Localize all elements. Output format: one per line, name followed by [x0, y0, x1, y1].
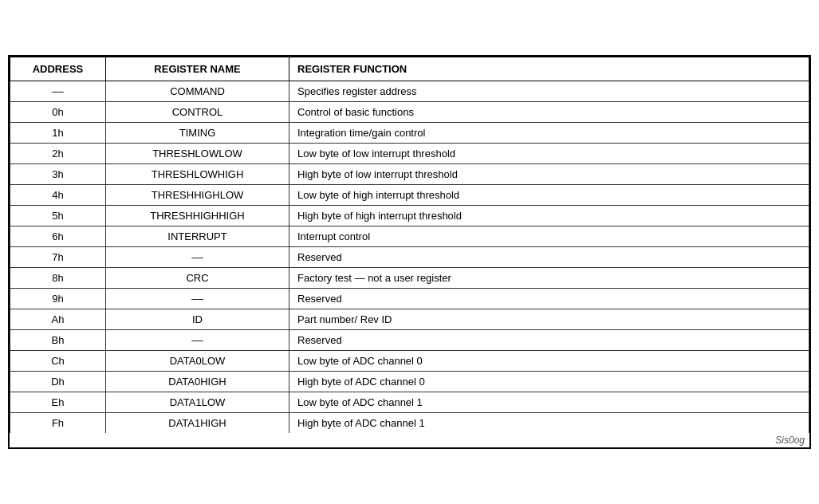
cell-address: Fh: [10, 413, 106, 434]
table-row: AhIDPart number/ Rev ID: [10, 309, 809, 330]
cell-register-name: CRC: [106, 268, 289, 289]
table-row: 2hTHRESHLOWLOWLow byte of low interrupt …: [10, 144, 809, 164]
cell-register-name: ––: [106, 247, 289, 268]
cell-register-function: Interrupt control: [289, 226, 809, 247]
cell-register-function: Specifies register address: [289, 81, 809, 102]
cell-register-function: Factory test — not a user register: [289, 268, 809, 289]
cell-register-function: Reserved: [289, 289, 809, 309]
cell-register-name: TIMING: [106, 123, 289, 144]
table-row: 5hTHRESHHIGHHIGHHigh byte of high interr…: [10, 206, 809, 226]
table-row: DhDATA0HIGHHigh byte of ADC channel 0: [10, 372, 809, 392]
cell-register-function: Integration time/gain control: [289, 123, 809, 144]
cell-address: Dh: [10, 372, 106, 392]
cell-register-name: COMMAND: [106, 81, 289, 102]
table-row: ––COMMANDSpecifies register address: [10, 81, 809, 102]
cell-address: Eh: [10, 392, 106, 413]
cell-register-function: Low byte of ADC channel 1: [289, 392, 809, 413]
cell-address: 3h: [10, 164, 106, 185]
cell-register-name: DATA1HIGH: [106, 413, 289, 434]
cell-register-name: INTERRUPT: [106, 226, 289, 247]
cell-address: 0h: [10, 102, 106, 123]
cell-register-name: ID: [106, 309, 289, 330]
cell-register-function: Low byte of low interrupt threshold: [289, 144, 809, 164]
cell-register-name: DATA0HIGH: [106, 372, 289, 392]
cell-register-function: Low byte of ADC channel 0: [289, 351, 809, 372]
cell-register-name: ––: [106, 289, 289, 309]
cell-register-name: THRESHHIGHHIGH: [106, 206, 289, 226]
cell-address: 5h: [10, 206, 106, 226]
cell-address: 7h: [10, 247, 106, 268]
cell-address: 8h: [10, 268, 106, 289]
table-row: EhDATA1LOWLow byte of ADC channel 1: [10, 392, 809, 413]
table-row: FhDATA1HIGHHigh byte of ADC channel 1: [10, 413, 809, 434]
cell-register-name: THRESHLOWHIGH: [106, 164, 289, 185]
table-row: 7h––Reserved: [10, 247, 809, 268]
header-function: REGISTER FUNCTION: [289, 57, 809, 81]
cell-register-function: High byte of ADC channel 0: [289, 372, 809, 392]
table-row: 3hTHRESHLOWHIGHHigh byte of low interrup…: [10, 164, 809, 185]
cell-address: 2h: [10, 144, 106, 164]
cell-address: Bh: [10, 330, 106, 351]
cell-address: ––: [10, 81, 106, 102]
cell-register-name: ––: [106, 330, 289, 351]
cell-register-function: Reserved: [289, 330, 809, 351]
cell-register-function: High byte of ADC channel 1: [289, 413, 809, 434]
cell-address: 4h: [10, 185, 106, 206]
cell-register-name: DATA0LOW: [106, 351, 289, 372]
cell-register-function: Part number/ Rev ID: [289, 309, 809, 330]
watermark: Sis0og: [10, 433, 809, 447]
cell-register-function: Control of basic functions: [289, 102, 809, 123]
table-row: ChDATA0LOWLow byte of ADC channel 0: [10, 351, 809, 372]
table-row: Bh––Reserved: [10, 330, 809, 351]
cell-register-function: Reserved: [289, 247, 809, 268]
table-row: 6hINTERRUPTInterrupt control: [10, 226, 809, 247]
table-header-row: ADDRESS REGISTER NAME REGISTER FUNCTION: [10, 57, 809, 81]
cell-register-name: DATA1LOW: [106, 392, 289, 413]
table-row: 4hTHRESHHIGHLOWLow byte of high interrup…: [10, 185, 809, 206]
cell-register-name: THRESHHIGHLOW: [106, 185, 289, 206]
cell-address: Ch: [10, 351, 106, 372]
header-name: REGISTER NAME: [106, 57, 289, 81]
cell-register-function: High byte of low interrupt threshold: [289, 164, 809, 185]
table-row: 8hCRCFactory test — not a user register: [10, 268, 809, 289]
table-row: 0hCONTROLControl of basic functions: [10, 102, 809, 123]
register-table-container: ADDRESS REGISTER NAME REGISTER FUNCTION …: [8, 55, 811, 449]
cell-register-name: CONTROL: [106, 102, 289, 123]
header-address: ADDRESS: [10, 57, 106, 81]
cell-register-function: Low byte of high interrupt threshold: [289, 185, 809, 206]
register-table: ADDRESS REGISTER NAME REGISTER FUNCTION …: [10, 57, 809, 433]
table-row: 1hTIMINGIntegration time/gain control: [10, 123, 809, 144]
cell-register-function: High byte of high interrupt threshold: [289, 206, 809, 226]
cell-register-name: THRESHLOWLOW: [106, 144, 289, 164]
table-row: 9h––Reserved: [10, 289, 809, 309]
cell-address: 6h: [10, 226, 106, 247]
cell-address: 1h: [10, 123, 106, 144]
cell-address: Ah: [10, 309, 106, 330]
cell-address: 9h: [10, 289, 106, 309]
